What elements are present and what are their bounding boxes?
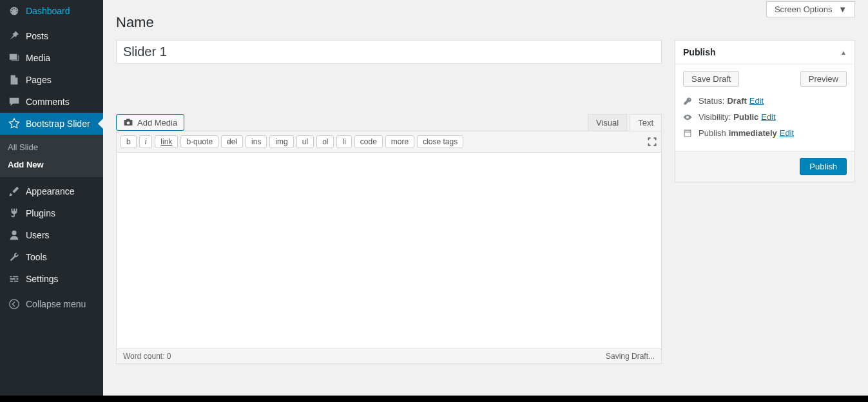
main-content: Screen Options ▼ Name Add Media — [103, 0, 868, 396]
qt-del-button[interactable]: del — [221, 135, 243, 148]
chevron-down-icon: ▼ — [838, 5, 847, 14]
sidebar-item-plugins[interactable]: Plugins — [0, 202, 103, 224]
sidebar-sub-add-new[interactable]: Add New — [0, 156, 103, 173]
screen-options-label: Screen Options — [775, 5, 833, 14]
save-draft-button[interactable]: Save Draft — [683, 71, 739, 87]
chevron-up-icon: ▲ — [840, 49, 847, 56]
edit-visibility-link[interactable]: Edit — [761, 112, 775, 122]
taskbar-strip — [0, 396, 868, 402]
sidebar-item-bootstrap-slider[interactable]: Bootstrap Slider — [0, 113, 103, 135]
page-title: Name — [116, 14, 855, 31]
sidebar-label: Posts — [26, 31, 48, 41]
add-media-label: Add Media — [137, 118, 177, 128]
qt-more-button[interactable]: more — [385, 135, 414, 148]
comment-icon — [8, 96, 21, 108]
sidebar-label: Dashboard — [26, 6, 70, 16]
schedule-value: immediately — [729, 128, 777, 138]
sidebar-label: Plugins — [26, 208, 55, 218]
qt-ol-button[interactable]: ol — [316, 135, 334, 148]
qt-bold-button[interactable]: b — [121, 135, 137, 148]
collapse-menu-button[interactable]: Collapse menu — [0, 293, 103, 315]
qt-italic-button[interactable]: i — [139, 135, 153, 148]
qt-ul-button[interactable]: ul — [296, 135, 314, 148]
brush-icon — [8, 186, 21, 197]
content-textarea[interactable] — [117, 153, 661, 346]
eye-icon — [683, 113, 695, 122]
qt-li-button[interactable]: li — [336, 135, 351, 148]
users-icon — [8, 229, 21, 241]
fullscreen-button[interactable] — [647, 137, 657, 147]
sidebar-item-media[interactable]: Media — [0, 47, 103, 69]
publish-button[interactable]: Publish — [800, 158, 847, 175]
preview-button[interactable]: Preview — [800, 71, 847, 87]
sidebar-submenu: All Slide Add New — [0, 135, 103, 177]
plug-icon — [8, 207, 21, 219]
sliders-icon — [8, 273, 21, 285]
quicktags-toolbar: b i link b-quote del ins img ul ol li co… — [117, 131, 661, 153]
qt-img-button[interactable]: img — [269, 135, 293, 148]
tab-text[interactable]: Text — [630, 114, 662, 131]
word-count: Word count: 0 — [123, 352, 171, 361]
wrench-icon — [8, 251, 21, 263]
sidebar-item-posts[interactable]: Posts — [0, 25, 103, 47]
edit-schedule-link[interactable]: Edit — [780, 128, 794, 138]
qt-link-button[interactable]: link — [155, 135, 178, 148]
sidebar-label: Tools — [26, 252, 47, 262]
sidebar-label: Appearance — [26, 186, 75, 196]
editor-tabs: Visual Text — [588, 114, 662, 131]
camera-music-icon — [123, 117, 133, 128]
sidebar-item-comments[interactable]: Comments — [0, 91, 103, 113]
key-icon — [683, 97, 695, 106]
tab-visual[interactable]: Visual — [588, 114, 627, 131]
qt-code-button[interactable]: code — [354, 135, 383, 148]
qt-ins-button[interactable]: ins — [246, 135, 267, 148]
edit-status-link[interactable]: Edit — [749, 96, 764, 106]
sidebar-item-pages[interactable]: Pages — [0, 69, 103, 91]
dashboard-icon — [8, 5, 21, 17]
pushpin-icon — [8, 30, 21, 42]
publish-title: Publish — [683, 47, 716, 57]
sidebar-label: Media — [26, 53, 50, 63]
schedule-label: Publish — [699, 128, 726, 138]
screen-options-button[interactable]: Screen Options ▼ — [766, 1, 855, 17]
status-value: Draft — [727, 96, 746, 106]
star-icon — [8, 118, 21, 129]
sidebar-label: Users — [26, 230, 50, 240]
qt-close-tags-button[interactable]: close tags — [417, 135, 463, 148]
admin-sidebar: Dashboard Posts Media Pages Comments Boo… — [0, 0, 103, 396]
media-icon — [8, 52, 21, 64]
sidebar-label: Pages — [26, 75, 52, 85]
page-icon — [8, 74, 21, 86]
sidebar-item-dashboard[interactable]: Dashboard — [0, 0, 103, 22]
text-editor: b i link b-quote del ins img ul ol li co… — [116, 131, 662, 349]
post-title-input[interactable] — [116, 40, 662, 64]
autosave-status: Saving Draft... — [606, 352, 655, 361]
publish-metabox: Publish ▲ Save Draft Preview Status: — [675, 40, 855, 182]
sidebar-label: Comments — [26, 97, 70, 107]
collapse-label: Collapse menu — [26, 299, 86, 309]
sidebar-label: Bootstrap Slider — [26, 119, 90, 129]
qt-bquote-button[interactable]: b-quote — [180, 135, 218, 148]
add-media-button[interactable]: Add Media — [116, 114, 184, 131]
publish-metabox-header[interactable]: Publish ▲ — [675, 41, 854, 64]
sidebar-item-users[interactable]: Users — [0, 224, 103, 246]
svg-point-0 — [10, 300, 19, 309]
sidebar-sub-all-slide[interactable]: All Slide — [0, 139, 103, 156]
editor-status-bar: Word count: 0 Saving Draft... — [116, 349, 662, 364]
sidebar-label: Settings — [26, 274, 59, 284]
visibility-label: Visibility: — [699, 112, 731, 122]
sidebar-item-appearance[interactable]: Appearance — [0, 180, 103, 202]
visibility-value: Public — [733, 112, 758, 122]
status-label: Status: — [699, 96, 724, 106]
sidebar-item-settings[interactable]: Settings — [0, 268, 103, 290]
calendar-icon — [683, 129, 695, 138]
sidebar-item-tools[interactable]: Tools — [0, 246, 103, 268]
collapse-icon — [8, 298, 21, 310]
